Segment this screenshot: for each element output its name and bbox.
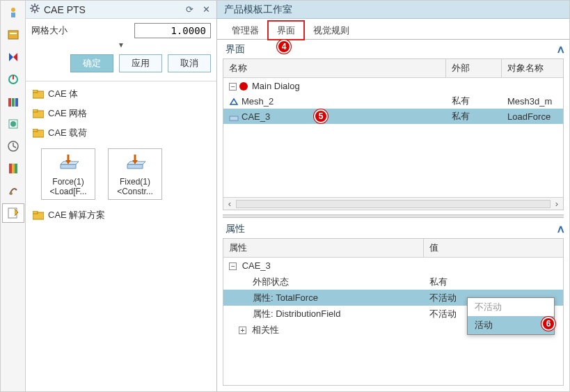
tab-visual-rules[interactable]: 视觉规则: [304, 21, 358, 40]
fixed-icon: [123, 153, 147, 174]
apply-button[interactable]: 应用: [119, 54, 162, 72]
svg-rect-33: [33, 109, 38, 112]
ok-button[interactable]: 确定: [70, 54, 113, 72]
expand-chevron[interactable]: ▼: [31, 41, 211, 49]
col-prop-name[interactable]: 属性: [223, 239, 424, 257]
scroll-right-icon[interactable]: ›: [551, 198, 563, 209]
table-header: 名称 外部 对象名称: [223, 59, 563, 78]
mesh-size-input[interactable]: [134, 23, 211, 38]
svg-rect-17: [12, 164, 15, 173]
table-row[interactable]: CAE_3 私有 LoadForce 5: [223, 109, 563, 124]
toolbtn-10[interactable]: [2, 203, 24, 223]
toolbtn-2[interactable]: [2, 25, 24, 45]
cae-pts-panel: CAE PTS ⟳ ✕ 网格大小 ▼ 确定 应用 取消 CAE 体 CAE 网格: [26, 1, 217, 391]
table-header: 属性 值: [223, 239, 563, 258]
force-icon: [56, 153, 80, 174]
tab-strip: 管理器 界面 视觉规则 4: [217, 19, 569, 40]
cell-name: Mesh_2: [242, 96, 274, 107]
folder-label: CAE 体: [48, 88, 78, 100]
item-caption: Fixed(1): [120, 177, 150, 187]
folder-cae-solution[interactable]: CAE 解算方案: [31, 207, 211, 224]
prop-row[interactable]: − CAE_3: [223, 258, 563, 274]
value-dropdown: 不活动 活动 6: [467, 297, 555, 335]
prop-row[interactable]: 外部状态 私有: [223, 274, 563, 290]
svg-rect-18: [15, 164, 17, 173]
folder-label: CAE 网格: [48, 107, 87, 120]
table-row[interactable]: −Main Dialog: [223, 78, 563, 93]
panel-title: CAE PTS: [44, 4, 179, 15]
section-interface-header: 界面 ʌ: [217, 40, 569, 57]
panel-title-bar: CAE PTS ⟳ ✕: [26, 1, 216, 19]
cell-external: 私有: [446, 95, 502, 107]
folder-icon: [33, 109, 44, 118]
gear-icon[interactable]: [30, 3, 40, 15]
folder-cae-load[interactable]: CAE 载荷: [31, 125, 211, 141]
toolbtn-1[interactable]: [2, 3, 24, 22]
load-icon: [229, 113, 239, 121]
close-icon[interactable]: ✕: [200, 4, 212, 15]
col-name[interactable]: 名称: [223, 59, 446, 77]
section-props-header: 属性 ʌ: [217, 219, 569, 237]
item-caption2: <Constr...: [117, 187, 153, 196]
svg-rect-35: [33, 129, 38, 132]
table-row[interactable]: Mesh_2 私有 Mesh3d_m: [223, 93, 563, 109]
scroll-left-icon[interactable]: ‹: [223, 198, 236, 209]
toolbtn-4[interactable]: [2, 70, 24, 89]
toolbtn-6[interactable]: [2, 114, 24, 134]
toolbtn-3[interactable]: [2, 47, 24, 67]
prop-value[interactable]: 私有: [424, 276, 563, 288]
collapse-icon[interactable]: ʌ: [557, 222, 564, 235]
cell-name: Main Dialog: [252, 81, 300, 91]
bullet-icon: [239, 82, 248, 91]
dropdown-option-inactive[interactable]: 不活动: [468, 298, 554, 316]
svg-rect-31: [33, 90, 38, 93]
svg-marker-5: [13, 53, 17, 61]
svg-rect-2: [8, 31, 18, 39]
svg-marker-36: [61, 164, 76, 168]
splitter-handle[interactable]: [223, 214, 564, 218]
col-object-name[interactable]: 对象名称: [502, 59, 563, 77]
svg-point-12: [10, 121, 16, 127]
folder-cae-mesh[interactable]: CAE 网格: [31, 105, 211, 122]
folder-cae-body[interactable]: CAE 体: [31, 86, 211, 102]
right-panel-title: 产品模板工作室: [217, 1, 569, 19]
toolbtn-7[interactable]: [2, 136, 24, 156]
callout-badge-6: 6: [541, 317, 555, 331]
folder-icon: [33, 90, 44, 99]
cell-object: LoadForce: [502, 111, 563, 122]
cell-external: 私有: [446, 110, 502, 123]
toolbtn-9[interactable]: [2, 181, 24, 201]
collapse-icon[interactable]: ʌ: [557, 42, 564, 56]
item-fixed[interactable]: Fixed(1)<Constr...: [108, 148, 162, 200]
svg-marker-4: [9, 53, 13, 61]
svg-marker-46: [230, 99, 237, 104]
prop-name: 属性: DistributionField: [223, 308, 424, 320]
toolbtn-8[interactable]: [2, 159, 24, 178]
tab-interface[interactable]: 界面: [268, 21, 304, 40]
item-force[interactable]: Force(1)<Load[F...: [41, 148, 95, 200]
svg-rect-10: [15, 98, 18, 107]
scroll-track[interactable]: [236, 200, 551, 208]
svg-point-19: [10, 192, 13, 195]
folder-icon: [33, 211, 44, 220]
refresh-icon[interactable]: ⟳: [183, 4, 196, 15]
col-prop-value[interactable]: 值: [424, 239, 563, 257]
product-template-studio: 产品模板工作室 管理器 界面 视觉规则 4 界面 ʌ 名称 外部 对象名称 −M…: [217, 1, 569, 391]
svg-point-21: [33, 6, 37, 10]
collapse-toggle[interactable]: −: [229, 262, 237, 270]
tab-manager[interactable]: 管理器: [223, 21, 268, 40]
option-label: 活动: [475, 320, 493, 330]
mesh-size-label: 网格大小: [31, 24, 129, 37]
horizontal-scrollbar[interactable]: ‹ ›: [223, 197, 563, 210]
dropdown-option-active[interactable]: 活动 6: [468, 316, 554, 334]
svg-point-0: [11, 8, 15, 12]
properties-table: 属性 值 − CAE_3 外部状态 私有 属性: TotalForce 不活动 …: [223, 238, 564, 386]
col-external[interactable]: 外部: [446, 59, 502, 77]
expand-toggle[interactable]: +: [239, 327, 246, 334]
toolbtn-5[interactable]: [2, 92, 24, 111]
collapse-toggle[interactable]: −: [229, 83, 237, 91]
svg-line-26: [31, 5, 33, 6]
cancel-button[interactable]: 取消: [168, 54, 211, 72]
folder-icon: [33, 129, 44, 138]
svg-line-28: [37, 5, 38, 6]
